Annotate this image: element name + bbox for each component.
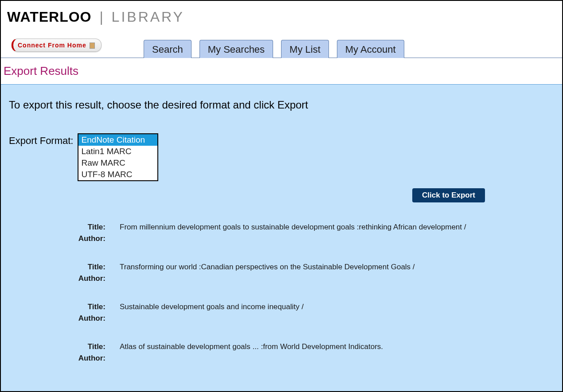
result-item: Title: From millennium development goals… — [75, 223, 556, 243]
title-value: From millennium development goals to sus… — [109, 223, 556, 232]
logo-separator: | — [99, 9, 103, 25]
tab-my-searches-label: My Searches — [208, 44, 265, 55]
tab-search[interactable]: Search — [144, 40, 192, 58]
title-label: Title: — [75, 263, 109, 272]
title-label: Title: — [75, 342, 109, 351]
author-value — [109, 234, 556, 243]
option-label: UTF-8 MARC — [81, 170, 132, 179]
tab-search-label: Search — [152, 44, 183, 55]
logo-waterloo: WATERLOO — [7, 9, 92, 25]
export-instruction: To export this result, choose the desire… — [9, 99, 556, 111]
author-value — [109, 314, 556, 323]
title-value: Transforming our world :Canadian perspec… — [109, 263, 556, 272]
option-label: Raw MARC — [81, 158, 125, 167]
page-title: Export Results — [1, 58, 562, 84]
author-label: Author: — [75, 314, 109, 323]
export-format-listbox[interactable]: EndNote Citation Latin1 MARC Raw MARC UT… — [78, 133, 158, 181]
author-label: Author: — [75, 234, 109, 243]
tab-my-list[interactable]: My List — [281, 40, 329, 58]
tab-my-searches[interactable]: My Searches — [199, 40, 273, 58]
tab-my-account[interactable]: My Account — [337, 40, 404, 58]
export-format-row: Export Format: EndNote Citation Latin1 M… — [9, 133, 556, 181]
export-format-option-raw-marc[interactable]: Raw MARC — [78, 157, 157, 169]
export-button-row: Click to Export — [9, 188, 556, 202]
author-value — [109, 354, 556, 363]
title-label: Title: — [75, 223, 109, 232]
connect-from-home-label: Connect From Home — [18, 42, 86, 49]
site-logo: WATERLOO | LIBRARY — [7, 9, 562, 25]
result-item: Title: Atlas of sustainable development … — [75, 342, 556, 363]
title-label: Title: — [75, 303, 109, 311]
connect-from-home-button[interactable]: Connect From Home — [12, 39, 102, 52]
logo-library: LIBRARY — [112, 9, 184, 25]
option-label: EndNote Citation — [81, 135, 145, 144]
export-format-label: Export Format: — [9, 133, 73, 147]
author-value — [109, 274, 556, 283]
export-button-label: Click to Export — [422, 191, 475, 199]
export-format-option-latin1-marc[interactable]: Latin1 MARC — [78, 146, 157, 157]
tab-my-list-label: My List — [289, 44, 321, 55]
results-list: Title: From millennium development goals… — [9, 223, 556, 363]
author-label: Author: — [75, 354, 109, 363]
click-to-export-button[interactable]: Click to Export — [412, 188, 485, 202]
result-item: Title: Sustainable development goals and… — [75, 303, 556, 323]
export-panel: To export this result, choose the desire… — [1, 84, 562, 392]
title-value: Sustainable development goals and income… — [109, 303, 556, 311]
export-format-option-utf8-marc[interactable]: UTF-8 MARC — [78, 169, 157, 180]
export-format-option-endnote[interactable]: EndNote Citation — [78, 134, 157, 146]
tab-my-account-label: My Account — [345, 44, 396, 55]
door-icon — [90, 43, 95, 49]
author-label: Author: — [75, 274, 109, 283]
option-label: Latin1 MARC — [81, 147, 131, 156]
title-value: Atlas of sustainable development goals .… — [109, 342, 556, 351]
result-item: Title: Transforming our world :Canadian … — [75, 263, 556, 283]
